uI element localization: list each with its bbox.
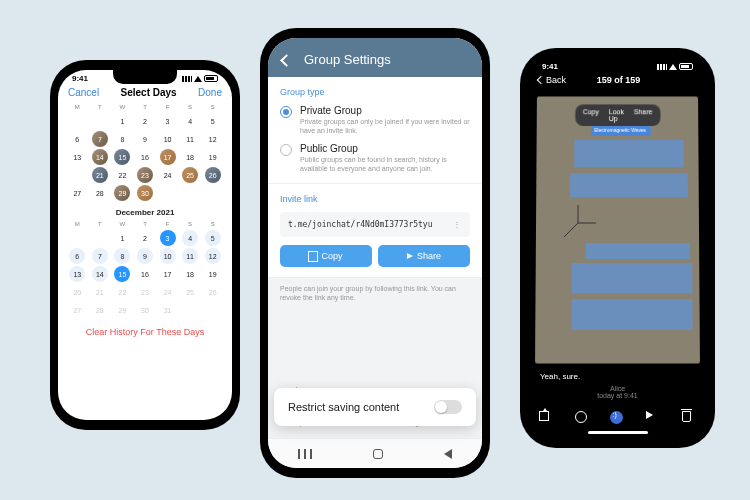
calendar-day[interactable]: 25: [182, 167, 198, 183]
action-lookup[interactable]: Look Up: [609, 108, 624, 122]
calendar-day[interactable]: 6: [69, 131, 85, 147]
calendar-day[interactable]: 12: [205, 248, 221, 264]
calendar-day[interactable]: 13: [69, 266, 85, 282]
calendar-day[interactable]: 28: [92, 302, 108, 318]
calendar-day[interactable]: 19: [205, 266, 221, 282]
calendar-day[interactable]: 8: [114, 131, 130, 147]
calendar-day[interactable]: [205, 302, 221, 318]
calendar-day[interactable]: 10: [160, 248, 176, 264]
share-button[interactable]: Share: [378, 245, 470, 267]
calendar-day[interactable]: 29: [114, 302, 130, 318]
calendar-day[interactable]: 29: [114, 185, 130, 201]
back-icon[interactable]: [444, 449, 452, 459]
option-private[interactable]: Private Group Private groups can only be…: [280, 105, 470, 135]
month-grid-1: 12345678910111213141516171819 2122232425…: [66, 112, 224, 202]
calendar-day[interactable]: [160, 185, 176, 201]
calendar-day[interactable]: [69, 230, 85, 246]
invite-link-box[interactable]: t.me/joinchat/r4Nd0mI3773r5tyu ⋮: [280, 212, 470, 237]
copy-button[interactable]: Copy: [280, 245, 372, 267]
calendar-day[interactable]: [69, 113, 85, 129]
action-copy[interactable]: Copy: [583, 108, 599, 122]
calendar-day[interactable]: 9: [137, 248, 153, 264]
calendar-day[interactable]: 18: [182, 266, 198, 282]
action-share[interactable]: Share: [634, 108, 653, 122]
calendar-day[interactable]: 6: [69, 248, 85, 264]
more-icon[interactable]: ⋮: [453, 220, 462, 229]
calendar-day[interactable]: 2: [137, 230, 153, 246]
calendar-day[interactable]: [69, 167, 85, 183]
calendar-day[interactable]: 1: [114, 230, 130, 246]
forward-button[interactable]: [646, 411, 660, 425]
calendar-day[interactable]: 16: [137, 266, 153, 282]
calendar-day[interactable]: 15: [114, 149, 130, 165]
delete-button[interactable]: [682, 411, 696, 425]
copy-label: Copy: [321, 251, 342, 261]
calendar-day[interactable]: 16: [137, 149, 153, 165]
calendar-day[interactable]: 15: [114, 266, 130, 282]
back-arrow-icon[interactable]: [280, 54, 292, 66]
done-button[interactable]: Done: [198, 87, 222, 98]
calendar-day[interactable]: 2: [137, 113, 153, 129]
calendar-day[interactable]: 30: [137, 185, 153, 201]
calendar-day[interactable]: 23: [137, 284, 153, 300]
calendar-day[interactable]: 7: [92, 131, 108, 147]
recents-icon[interactable]: [298, 453, 312, 455]
calendar-day[interactable]: 26: [205, 284, 221, 300]
calendar-day[interactable]: 5: [205, 230, 221, 246]
calendar-day[interactable]: 17: [160, 149, 176, 165]
calendar-day[interactable]: 21: [92, 284, 108, 300]
photo-viewport[interactable]: Copy Look Up Share Electromagnetic Waves: [528, 89, 707, 368]
calendar-day[interactable]: 14: [92, 149, 108, 165]
toggle-switch[interactable]: [434, 400, 462, 414]
calendar-day[interactable]: 11: [182, 248, 198, 264]
calendar-day[interactable]: 11: [182, 131, 198, 147]
calendar-day[interactable]: 24: [160, 167, 176, 183]
calendar-day[interactable]: 26: [205, 167, 221, 183]
calendar-day[interactable]: 21: [92, 167, 108, 183]
calendar-day[interactable]: [92, 113, 108, 129]
calendar-day[interactable]: 27: [69, 302, 85, 318]
clear-history-button[interactable]: Clear History For These Days: [58, 319, 232, 345]
option-public[interactable]: Public Group Public groups can be found …: [280, 143, 470, 173]
calendar-day[interactable]: 10: [160, 131, 176, 147]
calendar-day[interactable]: [205, 185, 221, 201]
calendar-day[interactable]: 23: [137, 167, 153, 183]
section-label: Group type: [280, 87, 470, 97]
trash-icon: [682, 411, 691, 422]
calendar-day[interactable]: 5: [205, 113, 221, 129]
calendar-day[interactable]: 4: [182, 230, 198, 246]
calendar-day[interactable]: 4: [182, 113, 198, 129]
calendar-day[interactable]: 27: [69, 185, 85, 201]
calendar-day[interactable]: [92, 230, 108, 246]
wifi-icon: [194, 76, 202, 82]
calendar-day[interactable]: 13: [69, 149, 85, 165]
share-button[interactable]: [539, 411, 553, 425]
calendar-day[interactable]: 28: [92, 185, 108, 201]
calendar-day[interactable]: 14: [92, 266, 108, 282]
calendar-day[interactable]: 31: [160, 302, 176, 318]
calendar-day[interactable]: [182, 185, 198, 201]
calendar-day[interactable]: 30: [137, 302, 153, 318]
calendar-day[interactable]: 25: [182, 284, 198, 300]
calendar-day[interactable]: 22: [114, 284, 130, 300]
calendar-day[interactable]: 17: [160, 266, 176, 282]
calendar-day[interactable]: 19: [205, 149, 221, 165]
calendar-day[interactable]: 20: [69, 284, 85, 300]
calendar-day[interactable]: [182, 302, 198, 318]
calendar-day[interactable]: 7: [92, 248, 108, 264]
calendar-day[interactable]: 3: [160, 113, 176, 129]
calendar-day[interactable]: 18: [182, 149, 198, 165]
back-button[interactable]: Back: [538, 75, 566, 85]
calendar-day[interactable]: 9: [137, 131, 153, 147]
calendar-day[interactable]: 1: [114, 113, 130, 129]
reaction-button[interactable]: [610, 411, 624, 425]
save-button[interactable]: [575, 411, 589, 425]
calendar-day[interactable]: 12: [205, 131, 221, 147]
cancel-button[interactable]: Cancel: [68, 87, 99, 98]
calendar-day[interactable]: 3: [160, 230, 176, 246]
home-icon[interactable]: [373, 449, 383, 459]
calendar-day[interactable]: 8: [114, 248, 130, 264]
restrict-saving-row[interactable]: Restrict saving content: [274, 388, 476, 426]
calendar-day[interactable]: 24: [160, 284, 176, 300]
calendar-day[interactable]: 22: [114, 167, 130, 183]
